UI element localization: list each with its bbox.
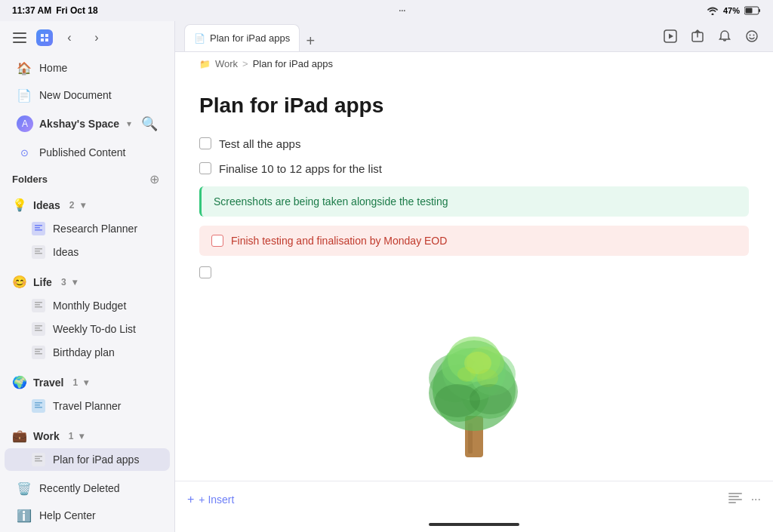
tab-container: 📄 Plan for iPad apps + <box>175 21 649 51</box>
share-button[interactable] <box>685 24 710 48</box>
sidebar: ‹ › 🏠 Home 📄 New Document A Akshay's Spa… <box>0 21 175 532</box>
ideas-folder-icon: 💡 <box>12 198 27 212</box>
status-right: 47% <box>707 6 761 15</box>
life-folder-name: Life <box>33 276 52 288</box>
svg-marker-28 <box>669 34 673 39</box>
sidebar-item-published-content[interactable]: ⊙ Published Content <box>5 140 170 165</box>
add-tab-button[interactable]: + <box>300 30 321 51</box>
sidebar-item-new-document[interactable]: 📄 New Document <box>5 82 170 108</box>
document-scroll-area[interactable]: 📁 Work > Plan for iPad apps Plan for iPa… <box>175 52 773 517</box>
folder-header-life[interactable]: 😊 Life 3 ▾ <box>0 270 174 294</box>
tab-doc-icon: 📄 <box>194 33 205 44</box>
forward-button[interactable]: › <box>86 27 107 48</box>
svg-point-30 <box>747 31 757 42</box>
check-label-2: Finalise 10 to 12 apps for the list <box>219 161 382 178</box>
svg-rect-17 <box>35 330 42 331</box>
svg-rect-12 <box>35 302 42 303</box>
recently-deleted-icon: 🗑️ <box>17 481 32 496</box>
ideas-doc-icon <box>32 245 45 259</box>
breadcrumb-folder-link[interactable]: Work <box>215 58 238 69</box>
travel-planner-icon <box>32 399 45 413</box>
svg-rect-2 <box>746 8 753 14</box>
travel-folder-icon: 🌍 <box>12 375 27 389</box>
status-dots: ··· <box>399 6 405 15</box>
workspace-name: Akshay's Space <box>39 118 119 130</box>
tab-plan-ipad-apps[interactable]: 📄 Plan for iPad apps <box>184 24 300 51</box>
svg-rect-5 <box>13 42 26 43</box>
folder-header-ideas[interactable]: 💡 Ideas 2 ▾ <box>0 193 174 217</box>
birthday-plan-label: Birthday plan <box>53 346 115 358</box>
time-display: 11:37 AM <box>12 5 51 16</box>
document-content: Plan for iPad apps Test all the apps Fin… <box>175 75 773 481</box>
svg-rect-19 <box>35 351 40 352</box>
checkbox-1[interactable] <box>199 137 211 149</box>
more-options-button[interactable]: ··· <box>751 493 761 506</box>
svg-rect-11 <box>35 253 42 254</box>
toolbar-buttons <box>649 21 773 51</box>
sidebar-item-help-center[interactable]: ℹ️ Help Center <box>5 503 170 528</box>
help-center-icon: ℹ️ <box>17 508 32 523</box>
folder-item-weekly-todo[interactable]: Weekly To-do List <box>5 318 170 340</box>
monthly-budget-icon <box>32 299 45 312</box>
weekly-todo-label: Weekly To-do List <box>53 323 136 335</box>
ideas-folder-name: Ideas <box>33 199 60 211</box>
svg-point-32 <box>753 35 755 36</box>
folder-item-research-planner[interactable]: Research Planner <box>5 217 170 240</box>
document-title: Plan for iPad apps <box>199 94 749 118</box>
emoji-button[interactable] <box>740 24 764 48</box>
workspace-header[interactable]: A Akshay's Space ▾ 🔍 <box>5 109 170 138</box>
svg-rect-8 <box>35 229 42 231</box>
svg-rect-25 <box>35 458 40 460</box>
callout-red-text: Finish testing and finalisation by Monda… <box>231 235 447 247</box>
folder-item-ideas-doc[interactable]: Ideas <box>5 241 170 263</box>
svg-rect-26 <box>35 460 42 462</box>
breadcrumb: 📁 Work > Plan for iPad apps <box>175 52 773 75</box>
plan-ipad-apps-icon <box>32 453 45 466</box>
svg-rect-52 <box>728 502 736 503</box>
folder-item-travel-planner[interactable]: Travel Planner <box>5 395 170 417</box>
plan-ipad-apps-label: Plan for iPad apps <box>53 454 139 466</box>
add-folder-button[interactable]: ⊕ <box>146 171 162 187</box>
svg-rect-50 <box>728 496 739 497</box>
svg-rect-51 <box>728 499 742 500</box>
folder-item-plan-ipad-apps[interactable]: Plan for iPad apps <box>5 448 170 471</box>
callout-green: Screenshots are being taken alongside th… <box>199 186 749 217</box>
ideas-doc-label: Ideas <box>53 246 79 258</box>
help-center-label: Help Center <box>39 509 96 521</box>
text-align-button[interactable] <box>728 493 742 506</box>
svg-rect-18 <box>35 349 42 350</box>
folder-header-work[interactable]: 💼 Work 1 ▾ <box>0 424 174 447</box>
callout-red-checkbox[interactable] <box>211 235 223 247</box>
work-folder-icon: 💼 <box>12 429 27 443</box>
svg-rect-13 <box>35 304 40 306</box>
folder-group-travel: 🌍 Travel 1 ▾ Travel Planner <box>0 371 174 418</box>
sidebar-pagination-dots <box>0 529 174 532</box>
tab-label: Plan for iPad apps <box>210 32 290 44</box>
sidebar-item-recently-deleted[interactable]: 🗑️ Recently Deleted <box>5 475 170 501</box>
svg-rect-6 <box>35 225 42 226</box>
research-planner-icon <box>32 222 45 235</box>
insert-button[interactable]: + + Insert <box>187 493 234 506</box>
status-bar: 11:37 AM Fri Oct 18 ··· 47% <box>0 0 773 21</box>
sidebar-panel-toggle[interactable] <box>9 27 30 48</box>
bottom-right-controls: ··· <box>728 493 761 506</box>
play-button[interactable] <box>658 24 682 48</box>
sidebar-item-home[interactable]: 🏠 Home <box>5 55 170 81</box>
insert-plus-icon: + <box>187 493 194 506</box>
check-item-empty <box>199 265 749 278</box>
svg-rect-4 <box>13 37 26 38</box>
folders-label: Folders <box>12 174 48 185</box>
svg-point-48 <box>470 384 512 414</box>
checkbox-empty[interactable] <box>199 266 211 278</box>
checkbox-2[interactable] <box>199 162 211 174</box>
search-button[interactable]: 🔍 <box>141 115 158 132</box>
folder-item-birthday-plan[interactable]: Birthday plan <box>5 341 170 364</box>
notifications-button[interactable] <box>713 24 737 48</box>
folder-item-monthly-budget[interactable]: Monthly Budget <box>5 294 170 317</box>
travel-planner-label: Travel Planner <box>53 400 122 412</box>
folder-header-travel[interactable]: 🌍 Travel 1 ▾ <box>0 371 174 394</box>
travel-chevron: ▾ <box>84 377 88 388</box>
recently-deleted-label: Recently Deleted <box>39 482 120 494</box>
back-button[interactable]: ‹ <box>59 27 80 48</box>
home-bar <box>429 523 519 526</box>
